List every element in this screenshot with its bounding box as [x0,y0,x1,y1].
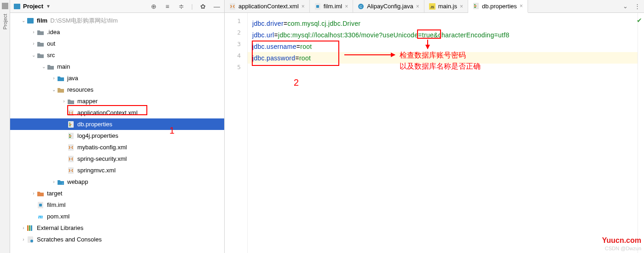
prop-icon [473,3,479,9]
project-header: Project ▼ ⊕ ≡ ≑ | ✿ — [10,0,224,13]
xml-icon [67,156,75,162]
project-tree[interactable]: ⌄ film D:\SSM电影购票网站\film ›.idea›out⌄src⌄… [10,13,224,253]
annotation-box [417,29,441,39]
annotation-text: 以及数据库名称是否正确 [400,62,481,71]
svg-rect-11 [68,144,74,151]
chevron-down-icon[interactable]: ⌄ [51,87,57,92]
tab[interactable]: CAlipayConfig.java× [353,0,424,12]
js-icon: JS [429,3,435,10]
project-title-selector[interactable]: Project ▼ [14,3,150,10]
project-title-text: Project [23,3,43,10]
tree-row[interactable]: ›out [10,38,224,49]
annotation-arrow [344,54,395,55]
tree-row[interactable]: ⌄main [10,61,224,72]
tree-row[interactable]: ›java [10,72,224,84]
chevron-right-icon[interactable]: › [51,76,57,81]
tree-row[interactable]: ›webapp [10,176,224,188]
more-tabs-icon[interactable]: ⌄ [623,3,628,10]
tab-label: applicationContext.xml [238,3,299,10]
tree-row[interactable]: db.properties [10,118,224,130]
svg-rect-18 [29,225,30,231]
kebab-icon[interactable]: ⋮ [634,3,640,10]
tree-label: out [47,40,55,47]
svg-rect-12 [68,156,74,162]
side-rail[interactable]: Project [0,0,10,253]
tab[interactable]: film.iml× [310,0,353,12]
chevron-right-icon[interactable]: › [20,237,27,242]
code-line[interactable]: jdbc.url=jdbc:mysql://localhost:3306/mov… [248,29,638,41]
tree-row-root[interactable]: ⌄ film D:\SSM电影购票网站\film [10,15,224,26]
tree-label: mybatis-config.xml [77,144,127,151]
chevron-down-icon[interactable]: ⌄ [30,53,37,58]
collapse-icon[interactable]: ≑ [178,3,185,10]
chevron-right-icon[interactable]: › [61,99,67,104]
editor-area: applicationContext.xml×film.iml×CAlipayC… [225,0,644,253]
iml-icon [37,202,44,208]
tree-label: External Libraries [37,224,83,231]
svg-text:JS: JS [430,6,434,9]
locate-icon[interactable]: ⊕ [150,3,157,10]
tree-label: resources [67,86,93,93]
tree-label: springmvc.xml [77,167,116,174]
chevron-right-icon[interactable]: › [30,41,37,46]
chevron-down-icon[interactable]: ⌄ [41,64,47,69]
tree-row[interactable]: springmvc.xml [10,165,224,176]
svg-rect-13 [68,167,74,174]
close-icon[interactable]: × [520,3,523,9]
folder-orange-icon [37,190,44,197]
tree-label: java [67,75,78,82]
project-icon [14,4,20,9]
tree-label: webapp [67,178,88,185]
gear-icon[interactable]: ✿ [199,3,207,10]
tree-row[interactable]: film.iml [10,199,224,211]
svg-rect-31 [474,6,476,6]
tree-row[interactable]: ›target [10,188,224,199]
right-gutter: ✔ [638,13,644,253]
close-icon[interactable]: × [460,3,463,10]
svg-rect-5 [69,124,71,125]
chevron-right-icon[interactable]: › [20,225,27,230]
tree-row[interactable]: ›Scratches and Consoles [10,234,224,245]
tree-label: mapper [77,98,98,105]
annotation-arrow [427,40,428,49]
close-icon[interactable]: × [345,3,348,10]
annotation-box [67,105,147,115]
prop-icon [67,133,75,139]
code-line[interactable]: jdbc.driver=com.mysql.cj.jdbc.Driver [248,18,638,29]
prop-icon [67,121,75,128]
tree-row[interactable]: mybatis-config.xml [10,141,224,153]
module-icon [27,18,34,24]
tab[interactable]: JSmain.js× [424,0,468,12]
gutter-line: 4 [225,52,247,64]
svg-rect-17 [27,225,29,231]
tree-row[interactable]: ⌄src [10,49,224,61]
tree-row[interactable]: log4j.properties [10,130,224,141]
tree-label: db.properties [77,121,112,128]
tab-label: film.iml [324,3,342,10]
tree-row[interactable]: mpom.xml [10,211,224,222]
tree-row[interactable]: spring-security.xml [10,153,224,165]
xml-icon [229,3,236,10]
hide-icon[interactable]: — [213,3,220,10]
tree-row[interactable]: ›.idea [10,26,224,38]
expand-icon[interactable]: ≡ [164,3,171,10]
svg-rect-10 [69,137,71,138]
close-icon[interactable]: × [302,3,305,10]
annotation-text: 检查数据库账号密码 [400,51,466,60]
chevron-down-icon: ▼ [46,4,51,9]
chevron-right-icon[interactable]: › [30,29,37,35]
tab[interactable]: applicationContext.xml× [225,0,310,12]
close-icon[interactable]: × [416,3,419,10]
chevron-right-icon[interactable]: › [30,191,37,196]
tree-row[interactable]: ›External Libraries [10,222,224,234]
divider: | [191,3,193,10]
annotation-box [252,41,339,66]
tree-label: .idea [47,29,60,35]
chevron-down-icon[interactable]: ⌄ [20,18,27,23]
tree-label: target [47,190,62,197]
tab[interactable]: db.properties× [468,0,528,13]
chevron-right-icon[interactable]: › [51,179,57,184]
folder-icon [37,41,44,47]
gutter: 12345 [225,13,248,253]
tree-row[interactable]: ⌄resources [10,84,224,95]
